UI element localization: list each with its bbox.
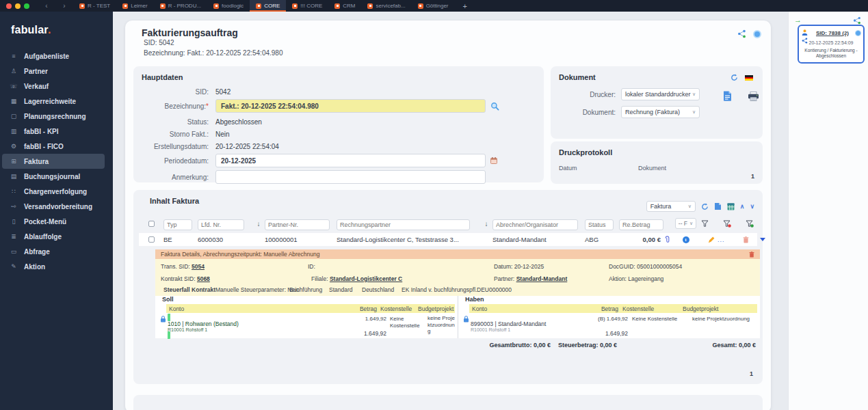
view-select[interactable]: Faktura∨ xyxy=(646,201,696,212)
faktura-table-row[interactable]: BE 6000030 100000001 Standard-Logistikce… xyxy=(139,233,757,246)
steuerparameter: Manuelle Steuerparameter: Nein xyxy=(215,286,300,293)
browser-tab-r-test[interactable]: R - TEST xyxy=(73,0,116,12)
sidebar-item-fabbi-kpi[interactable]: ▥fabBI - KPI xyxy=(0,124,113,139)
sort-desc-icon[interactable]: ↓ xyxy=(252,220,265,228)
row-checkbox[interactable] xyxy=(148,236,155,243)
sidebar-item-aufgabenliste[interactable]: ≡Aufgabenliste xyxy=(0,49,113,64)
trash-icon[interactable] xyxy=(749,251,754,258)
workflow-step-card[interactable]: SID: 7838 (2) 20-12-2025 22:54:09 Kontie… xyxy=(798,25,865,64)
browser-back-button[interactable]: ‹ xyxy=(38,0,55,12)
drucker-select[interactable]: lokaler Standarddrucker∨ xyxy=(621,88,700,100)
help-circle-icon[interactable] xyxy=(753,30,761,38)
maximize-window-button[interactable] xyxy=(24,3,29,9)
new-tab-button[interactable]: + xyxy=(463,2,467,10)
field-storno: Storno Fakt.: Nein xyxy=(133,131,544,138)
filter-typ-input[interactable] xyxy=(163,219,192,230)
filter-lfd-nr-input[interactable] xyxy=(198,219,244,230)
anmerkung-input[interactable] xyxy=(215,170,486,184)
collapse-panel-arrow-icon[interactable]: → xyxy=(794,16,802,24)
browser-tab-goettinger[interactable]: Göttinger xyxy=(412,0,455,12)
search-icon[interactable] xyxy=(490,102,499,111)
more-actions-button[interactable]: ... xyxy=(718,236,725,243)
partner-link[interactable]: Standard-Mandant xyxy=(516,275,568,282)
sidebar-item-chargenverfolgung[interactable]: ∷Chargenverfolgung xyxy=(0,184,113,199)
row-expand-triangle-icon[interactable] xyxy=(760,238,765,241)
periodedatum-input[interactable] xyxy=(215,154,486,167)
refresh-icon[interactable] xyxy=(731,74,738,81)
soll-kostenstelle: Keine Kostenstelle xyxy=(386,314,425,329)
share-icon[interactable] xyxy=(737,29,746,38)
browser-tab-r-produ[interactable]: R - PRODU... xyxy=(154,0,207,12)
browser-tab-core2[interactable]: !!! CORE xyxy=(286,0,328,12)
tasklist-icon: ≡ xyxy=(10,53,18,59)
browser-tab-servicefab[interactable]: servicefab... xyxy=(361,0,411,12)
collapse-icon[interactable]: ∧ xyxy=(740,203,745,210)
sidebar-item-aktion[interactable]: ✎Aktion xyxy=(0,259,113,274)
browser-tab-crm[interactable]: CRM xyxy=(328,0,361,12)
sidebar-item-abfrage[interactable]: ▭Abfrage xyxy=(0,244,113,259)
filter-betrag-input[interactable] xyxy=(619,219,663,230)
filter-f-select[interactable]: -- F∨ xyxy=(675,218,696,229)
filter-funnel-remove-icon[interactable] xyxy=(723,220,731,228)
faktura-details: Faktura Details, Abrechnungszeitpunkt: M… xyxy=(155,249,760,351)
soll-section: Soll Konto Betrag Kostenstelle Budgetpro… xyxy=(155,296,458,338)
filter-f-value: -- F xyxy=(679,220,687,227)
soll-title: Soll xyxy=(162,296,174,303)
close-window-button[interactable] xyxy=(6,3,12,9)
sort-desc-icon[interactable]: ↓ xyxy=(480,220,492,228)
sidebar-item-label: fabBI - FICO xyxy=(24,143,64,150)
sidebar-item-fabbi-fico[interactable]: ⚙fabBI - FICO xyxy=(0,139,113,154)
sidebar-item-lagerreichweite[interactable]: ▦Lagerreichweite xyxy=(0,94,113,109)
sidebar-item-buchungsjournal[interactable]: ▤Buchungsjournal xyxy=(0,169,113,184)
sidebar-item-ablauffolge[interactable]: ≣Ablauffolge xyxy=(0,229,113,244)
trash-icon[interactable] xyxy=(743,236,749,243)
sidebar-item-label: Lagerreichweite xyxy=(24,98,76,105)
german-flag-icon[interactable] xyxy=(745,75,753,81)
filter-partner-nr-input[interactable] xyxy=(265,219,330,230)
expand-icon[interactable]: ∨ xyxy=(750,203,754,210)
kontrakt-sid-link[interactable]: 5068 xyxy=(197,275,210,282)
paperclip-icon[interactable] xyxy=(664,236,670,243)
filter-rechnungspartner-input[interactable] xyxy=(337,219,470,230)
app-screen: ‹ › R - TEST Leimer R - PRODU... foodlog… xyxy=(0,0,868,410)
browser-tab-foodlogic[interactable]: foodlogic xyxy=(207,0,250,12)
tab-label: R - TEST xyxy=(88,3,110,9)
info-icon[interactable]: i xyxy=(683,236,689,243)
minimize-window-button[interactable] xyxy=(15,3,21,9)
tab-label: R - PRODU... xyxy=(168,3,201,9)
browser-forward-button[interactable]: › xyxy=(55,0,73,12)
printer-icon[interactable] xyxy=(748,92,759,101)
filter-status-input[interactable] xyxy=(585,219,614,230)
sidebar-item-pocket-menue[interactable]: ▯Pocket-Menü xyxy=(0,214,113,229)
bezeichnung-input[interactable] xyxy=(215,99,486,113)
sidebar-item-versandvorbereitung[interactable]: ⇨Versandvorbereitung xyxy=(0,199,113,214)
export-file-icon[interactable] xyxy=(714,202,722,210)
filter-abrechner-input[interactable] xyxy=(492,219,578,230)
filter-funnel-add-icon[interactable] xyxy=(746,220,754,228)
trans-sid-link[interactable]: 5054 xyxy=(192,263,205,270)
calendar-icon[interactable] xyxy=(490,157,497,164)
dokument-select[interactable]: Rechnung (Faktura)∨ xyxy=(621,106,700,118)
sidebar-item-partner[interactable]: ♙Partner xyxy=(0,64,113,79)
steuer-ustid: DEU0000000 xyxy=(477,286,512,293)
browser-tab-leimer[interactable]: Leimer xyxy=(116,0,153,12)
sidebar-item-verkauf[interactable]: ☏Verkauf xyxy=(0,79,113,94)
inhalt-faktura-title: Inhalt Faktura xyxy=(150,197,199,205)
document-preview-icon[interactable] xyxy=(723,91,732,101)
erstellungsdatum-value: 20-12-2025 22:54:04 xyxy=(215,143,279,150)
sidebar-item-planungsrechnung[interactable]: ▢Planungsrechnung xyxy=(0,109,113,124)
refresh-icon[interactable] xyxy=(701,203,709,210)
filter-funnel-icon[interactable] xyxy=(701,220,709,228)
browser-tab-core-active[interactable]: CORE xyxy=(250,0,286,12)
field-status: Status: Abgeschlossen xyxy=(133,118,544,126)
select-all-checkbox[interactable] xyxy=(148,221,155,227)
refresh-icon[interactable] xyxy=(855,30,861,36)
browser-tab-bar: ‹ › R - TEST Leimer R - PRODU... foodlog… xyxy=(0,0,868,12)
filiale-link[interactable]: Standard-Logistikcenter C xyxy=(330,275,402,282)
table-grid-icon[interactable] xyxy=(727,203,735,210)
share-icon[interactable] xyxy=(853,16,861,25)
workflow-sid-link[interactable]: SID: 7838 (2) xyxy=(810,30,855,36)
sidebar-item-faktura[interactable]: ⊞Faktura xyxy=(2,154,105,169)
col-kostenstelle: Kostenstelle xyxy=(377,305,415,312)
edit-pencil-icon[interactable] xyxy=(708,236,715,243)
